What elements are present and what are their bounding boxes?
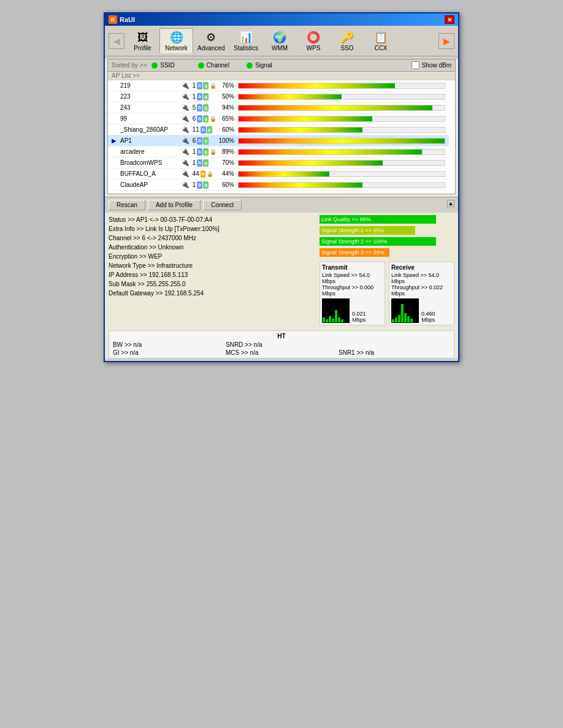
titlebar-left: R RaUI [109, 15, 135, 24]
ap-signal-area: 76% [217, 82, 445, 89]
tx-chart [322, 298, 350, 323]
ap-channel: 🔌 1 bg 🔒 [181, 82, 215, 89]
forward-button[interactable]: ▶ [439, 33, 454, 49]
scroll-up-button[interactable]: ▲ [447, 200, 454, 207]
ap-list-container[interactable]: 219 🔌 1 bg 🔒 76% 223 🔌 1 bg 50% 243 [108, 80, 455, 194]
rescan-button[interactable]: Rescan [109, 200, 145, 210]
statistics-icon: 📊 [237, 30, 255, 45]
ap-row[interactable]: ClaudeAP 🔌 1 bg 60% [108, 180, 449, 191]
ap-name: ClaudeAP [120, 181, 178, 188]
ap-row[interactable]: 223 🔌 1 bg 50% [108, 91, 449, 102]
signal-bar-label: Signal Strength 1 >> 55% [321, 227, 385, 233]
badge-g: g [203, 115, 209, 123]
badge-b: b [201, 126, 206, 134]
tab-wmm[interactable]: 🌍 WMM [262, 28, 296, 53]
channel-dot [198, 63, 204, 69]
ssid-col-header: SSID [151, 62, 174, 69]
channel-icon: 🔌 [181, 82, 190, 89]
signal-bar-container [238, 182, 445, 188]
ap-badges: bg [197, 115, 209, 123]
ap-row[interactable]: _Shiang_2860AP 🔌 11 bg 60% [108, 124, 449, 135]
add-to-profile-button[interactable]: Add to Profile [148, 200, 201, 210]
badge-b: b [197, 82, 202, 89]
back-button[interactable]: ◀ [109, 33, 124, 49]
signal-bar-fill: Signal Strength 3 >> 39% [320, 248, 389, 257]
tab-network-label: Network [165, 45, 188, 51]
ht-snr1: SNR1 >> n/a [339, 349, 450, 356]
gateway-info: Default Gateway >> 192.168.5.254 [109, 289, 316, 298]
tab-wmm-label: WMM [272, 45, 288, 51]
ap-row[interactable]: 243 🔌 5 bg 94% [108, 102, 449, 113]
window-title: RaUI [120, 16, 135, 23]
tab-statistics[interactable]: 📊 Statistics [229, 28, 262, 53]
signal-bar [239, 150, 422, 154]
ap-channel: 🔌 1 bg [181, 181, 215, 189]
signal-bar-container [238, 171, 445, 177]
ap-channel: 🔌 6 bg [181, 137, 215, 145]
tab-profile-label: Profile [134, 45, 151, 51]
channel-icon: 🔌 [181, 159, 190, 167]
signal-bar-row: Link Quality >> 99% [320, 215, 454, 224]
titlebar: R RaUI ✕ [105, 13, 458, 26]
ap-pct: 60% [217, 181, 234, 188]
ap-pct: 44% [217, 170, 234, 177]
ht-mcs: MCS >> n/a [226, 349, 337, 356]
info-right-panel: Link Quality >> 99% Signal Strength 1 >>… [320, 215, 454, 325]
ap-list-section-label: AP List >> [112, 72, 140, 79]
ap-row[interactable]: 99 🔌 6 bg 🔒 65% [108, 113, 449, 124]
badge-g: g [203, 181, 209, 189]
ap-row[interactable]: BUFFALO_A 🔌 44 a 🔒 44% [108, 169, 449, 180]
signal-bar-row: Signal Strength 2 >> 100% [320, 237, 454, 246]
ht-title: HT [113, 333, 450, 339]
tab-advanced[interactable]: ⚙ Advanced [193, 28, 229, 53]
info-left-panel: Status >> AP1 <-> 00-03-7F-00-07:A4 Extr… [109, 215, 316, 325]
wps-icon: ⭕ [305, 30, 322, 45]
encryption-info: Encryption >> WEP [109, 252, 316, 261]
transmit-title: Transmit [322, 264, 383, 271]
badge-b: b [197, 181, 202, 189]
ap-signal-area: 60% [217, 181, 445, 188]
ap-channel: 🔌 6 bg 🔒 [181, 115, 215, 123]
sub-mask-info: Sub Mask >> 255.255.255.0 [109, 279, 316, 289]
signal-bar-container [238, 94, 445, 100]
signal-bar-container [238, 149, 445, 155]
ap-pct: 76% [217, 82, 234, 89]
ip-address-info: IP Address >> 192.168.5.113 [109, 270, 316, 279]
channel-col-header: Channel [198, 62, 229, 69]
tab-network[interactable]: 🌐 Network [159, 28, 193, 53]
tab-wps[interactable]: ⭕ WPS [296, 28, 330, 53]
signal-dot [247, 63, 253, 69]
ap-row[interactable]: ▶ AP1 🔌 6 bg 100% [108, 135, 449, 146]
badge-g: g [203, 137, 209, 145]
action-buttons-row: Rescan Add to Profile Connect ▲ [105, 197, 458, 213]
app-icon: R [109, 15, 117, 24]
tab-profile[interactable]: 🖼 Profile [126, 28, 159, 53]
ap-row[interactable]: BroadcomWPS 🔌 1 bg 70% [108, 157, 449, 169]
signal-bar [239, 105, 432, 110]
ap-signal-area: 70% [217, 159, 445, 166]
ssid-dot [151, 63, 158, 69]
status-info: Status >> AP1 <-> 00-03-7F-00-07:A4 [109, 215, 316, 224]
tab-statistics-label: Statistics [234, 45, 258, 51]
show-dbm-checkbox[interactable] [412, 61, 419, 69]
connect-button[interactable]: Connect [203, 200, 242, 210]
ap-signal-area: 65% [217, 115, 445, 122]
close-button[interactable]: ✕ [445, 15, 454, 24]
ap-list-header-row: Sorted by >> SSID Channel Signal Show dB… [108, 59, 455, 72]
show-dbm-container: Show dBm [412, 61, 451, 69]
network-type-info: Network Type >> Infrastructure [109, 261, 316, 270]
ap-pct: 60% [217, 126, 234, 133]
row-arrow: ▶ [112, 137, 118, 144]
ap-row[interactable]: arcadere 🔌 1 bg 🔒 89% [108, 146, 449, 157]
ap-signal-area: 94% [217, 104, 445, 111]
signal-label: Signal [255, 62, 272, 69]
ht-snrd: SNRD >> n/a [226, 341, 337, 348]
tab-advanced-label: Advanced [197, 45, 224, 51]
ap-row[interactable]: 219 🔌 1 bg 🔒 76% [108, 80, 449, 91]
badge-g: g [203, 104, 209, 112]
tab-sso[interactable]: 🔑 SSO [330, 28, 364, 53]
tab-ccx[interactable]: 📋 CCX [364, 28, 397, 53]
badge-b: b [197, 93, 202, 100]
ap-channel: 🔌 1 bg 🔒 [181, 148, 215, 156]
profile-icon: 🖼 [134, 30, 151, 45]
